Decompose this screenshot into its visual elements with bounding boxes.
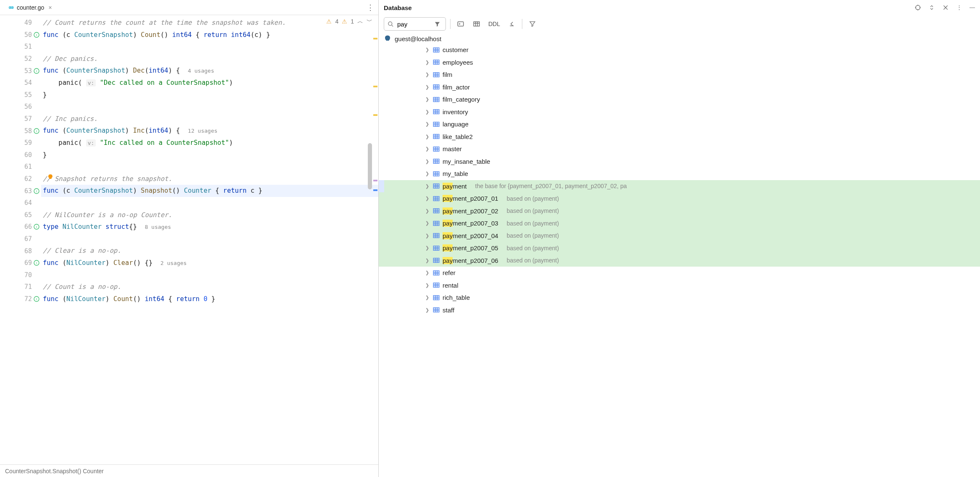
table-row[interactable]: ❯payment_p2007_01based on (payment): [379, 192, 980, 205]
gutter-row[interactable]: 62: [0, 173, 41, 185]
expand-icon[interactable]: ❯: [424, 109, 430, 115]
code-line[interactable]: // Inc panics.: [41, 113, 378, 125]
expand-icon[interactable]: ❯: [424, 233, 430, 238]
code-line[interactable]: // NilCounter is a no-op Counter.: [41, 209, 378, 221]
method-marker-icon[interactable]: I: [33, 188, 40, 194]
method-marker-icon[interactable]: I: [33, 68, 40, 74]
method-marker-icon[interactable]: I: [33, 128, 40, 134]
close-icon[interactable]: ×: [48, 4, 52, 11]
gutter-row[interactable]: 63I: [0, 185, 41, 197]
code-line[interactable]: func (NilCounter) Count() int64 { return…: [41, 293, 378, 305]
table-row[interactable]: ❯film: [379, 68, 980, 81]
table-row[interactable]: ❯employees: [379, 56, 980, 69]
chevron-up-icon[interactable]: ︿: [357, 18, 363, 25]
gutter-row[interactable]: 57: [0, 113, 41, 125]
expand-icon[interactable]: ❯: [424, 47, 430, 52]
expand-collapse-icon[interactable]: [929, 4, 935, 11]
gutter-row[interactable]: 69I: [0, 257, 41, 269]
gutter-row[interactable]: 52: [0, 53, 41, 65]
table-row[interactable]: ❯payment_p2007_06based on (payment): [379, 254, 980, 267]
code-line[interactable]: // Count is a no-op.: [41, 281, 378, 293]
gutter-row[interactable]: 59: [0, 137, 41, 149]
method-marker-icon[interactable]: I: [33, 259, 40, 266]
marker[interactable]: [373, 189, 377, 191]
code-line[interactable]: func (CounterSnapshot) Dec(int64) { 4 us…: [41, 65, 378, 77]
table-view-icon[interactable]: [471, 18, 482, 30]
gutter-row[interactable]: 68: [0, 245, 41, 257]
gutter-row[interactable]: 72I: [0, 293, 41, 305]
expand-icon[interactable]: ❯: [424, 60, 430, 65]
marker[interactable]: [373, 38, 377, 39]
inspections-widget[interactable]: ⚠4 ⚠1 ︿ ﹀: [326, 18, 372, 25]
minimize-icon[interactable]: —: [970, 4, 975, 11]
expand-icon[interactable]: ❯: [424, 72, 430, 77]
gutter-row[interactable]: 53I: [0, 65, 41, 77]
table-row[interactable]: ❯staff: [379, 304, 980, 317]
gutter-row[interactable]: 54: [0, 77, 41, 89]
gutter-row[interactable]: 66I: [0, 221, 41, 233]
table-row[interactable]: ❯my_insane_table: [379, 155, 980, 168]
expand-icon[interactable]: ❯: [424, 84, 430, 90]
ddl-button[interactable]: DDL: [487, 21, 502, 27]
gutter-row[interactable]: 60: [0, 149, 41, 161]
filter-icon[interactable]: [434, 21, 440, 27]
scrollbar[interactable]: [368, 143, 372, 189]
connection-row[interactable]: guest@localhost: [379, 34, 980, 44]
search-box[interactable]: [384, 17, 446, 31]
method-marker-icon[interactable]: I: [33, 296, 40, 302]
expand-icon[interactable]: ❯: [424, 295, 430, 300]
gutter-row[interactable]: 61: [0, 161, 41, 173]
expand-icon[interactable]: ❯: [424, 220, 430, 226]
table-row[interactable]: ❯paymentthe base for {payment_p2007_01, …: [379, 180, 980, 193]
code-line[interactable]: func (c CounterSnapshot) Count() int64 {…: [41, 29, 378, 41]
database-tree[interactable]: guest@localhost ❯customer❯employees❯film…: [379, 33, 980, 477]
gutter-row[interactable]: 50I: [0, 29, 41, 41]
table-row[interactable]: ❯rich_table: [379, 291, 980, 304]
code-line[interactable]: type NilCounter struct{} 8 usages: [41, 221, 378, 233]
expand-icon[interactable]: ❯: [424, 307, 430, 313]
table-row[interactable]: ❯payment_p2007_04based on (payment): [379, 230, 980, 242]
expand-icon[interactable]: ❯: [424, 208, 430, 214]
marker[interactable]: [373, 86, 377, 87]
table-row[interactable]: ❯master: [379, 143, 980, 155]
table-row[interactable]: ❯my_table: [379, 168, 980, 180]
gutter-row[interactable]: 51: [0, 41, 41, 53]
expand-icon[interactable]: ❯: [424, 283, 430, 288]
gutter-row[interactable]: 67: [0, 233, 41, 245]
code-line[interactable]: panic( v: "Inc called on a CounterSnapsh…: [41, 137, 378, 149]
expand-icon[interactable]: ❯: [424, 146, 430, 152]
code-line[interactable]: // Clear is a no-op.: [41, 245, 378, 257]
code-line[interactable]: func (NilCounter) Clear() {} 2 usages: [41, 257, 378, 269]
expand-icon[interactable]: ❯: [424, 183, 430, 189]
expand-icon[interactable]: ❯: [424, 97, 430, 102]
code-line[interactable]: func (c CounterSnapshot) Snapshot() Coun…: [41, 185, 378, 197]
code-line[interactable]: // Snapshot returns the snapshot.: [41, 173, 378, 185]
gutter-row[interactable]: 64: [0, 197, 41, 209]
code-line[interactable]: func (CounterSnapshot) Inc(int64) { 12 u…: [41, 125, 378, 137]
jump-to-source-icon[interactable]: [506, 18, 518, 30]
expand-icon[interactable]: ❯: [424, 245, 430, 251]
expand-icon[interactable]: ❯: [424, 270, 430, 275]
intention-bulb-icon[interactable]: [47, 174, 54, 181]
gutter-row[interactable]: 49: [0, 17, 41, 29]
gutter-row[interactable]: 55: [0, 89, 41, 101]
marker-strip[interactable]: [372, 15, 378, 464]
table-row[interactable]: ❯film_category: [379, 93, 980, 106]
gutter-row[interactable]: 70: [0, 269, 41, 281]
breadcrumb[interactable]: CounterSnapshot.Snapshot() Counter: [0, 464, 378, 477]
code-line[interactable]: // Dec panics.: [41, 53, 378, 65]
chevron-down-icon[interactable]: ﹀: [367, 18, 372, 25]
marker[interactable]: [373, 114, 377, 116]
expand-icon[interactable]: ❯: [424, 121, 430, 127]
expand-icon[interactable]: ❯: [424, 258, 430, 263]
gutter-row[interactable]: 58I: [0, 125, 41, 137]
code-line[interactable]: [41, 233, 378, 245]
table-row[interactable]: ❯inventory: [379, 106, 980, 118]
search-input[interactable]: [397, 21, 431, 28]
table-row[interactable]: ❯customer: [379, 44, 980, 56]
expand-icon[interactable]: ❯: [424, 196, 430, 201]
table-row[interactable]: ❯refer: [379, 267, 980, 279]
gutter-row[interactable]: 65: [0, 209, 41, 221]
code-line[interactable]: }: [41, 149, 378, 161]
table-row[interactable]: ❯film_actor: [379, 81, 980, 94]
